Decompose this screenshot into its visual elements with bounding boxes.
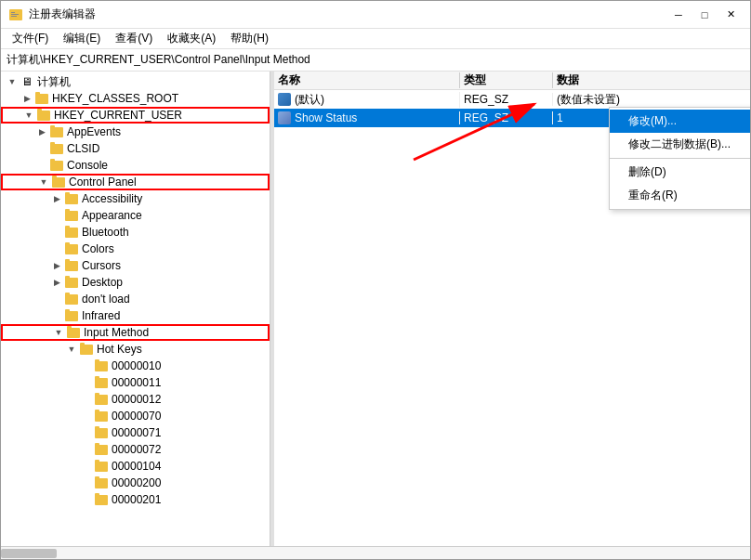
expand-hkcr[interactable]: ▶ [20, 91, 34, 106]
ctx-item-rename[interactable]: 重命名(R) [610, 184, 750, 207]
tree-label-appearance: Appearance [82, 209, 142, 222]
maximize-button[interactable]: □ [692, 6, 717, 24]
accessibility-folder-icon [64, 192, 79, 205]
tree-label-hkcu: HKEY_CURRENT_USER [54, 109, 182, 122]
title-controls: ─ □ ✕ [666, 6, 743, 24]
expand-computer[interactable]: ▼ [5, 74, 20, 89]
expand-desktop[interactable]: ▶ [49, 275, 64, 290]
hkcr-folder-icon [34, 92, 49, 105]
tree-label-desktop: Desktop [82, 276, 123, 289]
col-header-name: 名称 [274, 72, 460, 88]
bluetooth-folder-icon [64, 226, 79, 239]
scrollbar-thumb[interactable] [1, 549, 57, 558]
expand-appevents[interactable]: ▶ [34, 124, 49, 139]
reg-icon-default [278, 93, 291, 106]
horizontal-scrollbar[interactable] [1, 546, 750, 559]
tree-label-inputmethod: Input Method [84, 326, 149, 339]
tree-node-hkcr[interactable]: ▶ HKEY_CLASSES_ROOT [1, 90, 270, 107]
tree-label-colors: Colors [82, 242, 114, 255]
computer-folder-icon: 🖥 [20, 75, 34, 88]
registry-row-default[interactable]: (默认) REG_SZ (数值未设置) [274, 90, 750, 109]
k00000071-icon [94, 426, 109, 439]
menu-bar: 文件(F) 编辑(E) 查看(V) 收藏夹(A) 帮助(H) [1, 29, 750, 49]
tree-node-00000071[interactable]: ▶ 00000071 [1, 424, 270, 441]
tree-node-clsid[interactable]: ▶ CLSID [1, 140, 270, 157]
infrared-folder-icon [64, 309, 79, 322]
expand-inputmethod[interactable]: ▼ [51, 325, 66, 340]
tree-node-colors[interactable]: ▶ Colors [1, 241, 270, 257]
menu-edit[interactable]: 编辑(E) [56, 29, 108, 48]
cursors-folder-icon [64, 259, 79, 272]
appevents-folder-icon [49, 125, 64, 138]
tree-node-00000104[interactable]: ▶ 00000104 [1, 458, 270, 475]
tree-label-00000070: 00000070 [112, 410, 161, 423]
expand-cursors[interactable]: ▶ [49, 258, 64, 273]
menu-favorites[interactable]: 收藏夹(A) [160, 29, 223, 48]
ctx-item-delete[interactable]: 删除(D) [610, 161, 750, 184]
menu-file[interactable]: 文件(F) [5, 29, 56, 48]
tree-node-00000201[interactable]: ▶ 00000201 [1, 491, 270, 508]
menu-view[interactable]: 查看(V) [108, 29, 160, 48]
expand-hotkeys[interactable]: ▼ [64, 342, 79, 357]
minimize-button[interactable]: ─ [666, 6, 691, 24]
tree-label-00000072: 00000072 [112, 443, 161, 456]
k00000011-icon [94, 376, 109, 389]
tree-node-infrared[interactable]: ▶ Infrared [1, 307, 270, 324]
context-menu: 修改(M)... 修改二进制数据(B)... 删除(D) 重命名(R) [609, 107, 750, 210]
tree-node-bluetooth[interactable]: ▶ Bluetooth [1, 224, 270, 241]
tree-node-hkcu[interactable]: ▼ HKEY_CURRENT_USER [1, 107, 270, 124]
expand-controlpanel[interactable]: ▼ [36, 175, 51, 189]
close-button[interactable]: ✕ [718, 6, 743, 24]
tree-panel-inner: ▼ 🖥 计算机 ▶ HKEY_CLASSES_ROOT ▼ HKEY_CURRE… [1, 73, 270, 508]
tree-node-00000200[interactable]: ▶ 00000200 [1, 475, 270, 491]
expand-accessibility[interactable]: ▶ [49, 191, 64, 206]
desktop-folder-icon [64, 276, 79, 289]
k00000070-icon [94, 410, 109, 423]
reg-name-text-default: (默认) [295, 92, 324, 108]
tree-node-appearance[interactable]: ▶ Appearance [1, 207, 270, 224]
menu-help[interactable]: 帮助(H) [223, 29, 276, 48]
tree-panel[interactable]: ▼ 🖥 计算机 ▶ HKEY_CLASSES_ROOT ▼ HKEY_CURRE… [1, 72, 270, 546]
tree-node-cursors[interactable]: ▶ Cursors [1, 257, 270, 274]
tree-label-00000010: 00000010 [112, 359, 161, 372]
tree-node-hotkeys[interactable]: ▼ Hot Keys [1, 341, 270, 358]
tree-node-00000010[interactable]: ▶ 00000010 [1, 358, 270, 374]
svg-rect-1 [11, 12, 15, 13]
appearance-folder-icon [64, 209, 79, 222]
tree-node-00000011[interactable]: ▶ 00000011 [1, 374, 270, 391]
console-folder-icon [49, 159, 64, 172]
tree-label-appevents: AppEvents [67, 125, 121, 138]
ctx-item-modify-binary[interactable]: 修改二进制数据(B)... [610, 133, 750, 156]
tree-label-bluetooth: Bluetooth [82, 226, 129, 239]
window-title: 注册表编辑器 [29, 7, 96, 22]
reg-data-default: (数值未设置) [553, 92, 750, 108]
tree-node-controlpanel[interactable]: ▼ Control Panel [1, 174, 270, 190]
tree-node-desktop[interactable]: ▶ Desktop [1, 274, 270, 291]
registry-table-header: 名称 类型 数据 [274, 72, 750, 90]
tree-label-00000200: 00000200 [112, 476, 161, 489]
tree-label-console: Console [67, 159, 108, 172]
tree-label-computer: 计算机 [37, 74, 71, 90]
expand-hkcu[interactable]: ▼ [21, 108, 36, 123]
tree-node-00000072[interactable]: ▶ 00000072 [1, 441, 270, 458]
tree-node-dontload[interactable]: ▶ don't load [1, 291, 270, 307]
col-header-type: 类型 [460, 72, 553, 88]
tree-label-cursors: Cursors [82, 259, 121, 272]
tree-label-hkcr: HKEY_CLASSES_ROOT [52, 92, 178, 105]
tree-node-00000012[interactable]: ▶ 00000012 [1, 391, 270, 408]
reg-name-default: (默认) [274, 92, 460, 108]
ctx-item-modify[interactable]: 修改(M)... [610, 110, 750, 133]
tree-node-appevents[interactable]: ▶ AppEvents [1, 124, 270, 140]
tree-node-computer[interactable]: ▼ 🖥 计算机 [1, 73, 270, 90]
scrollbar-track[interactable] [1, 549, 750, 558]
reg-type-showstatus: REG_SZ [460, 111, 553, 124]
tree-node-inputmethod[interactable]: ▼ Input Method [1, 324, 270, 341]
inputmethod-folder-icon [66, 326, 81, 339]
main-content: ▼ 🖥 计算机 ▶ HKEY_CLASSES_ROOT ▼ HKEY_CURRE… [1, 72, 750, 546]
tree-node-00000070[interactable]: ▶ 00000070 [1, 408, 270, 424]
tree-node-accessibility[interactable]: ▶ Accessibility [1, 190, 270, 207]
tree-node-console[interactable]: ▶ Console [1, 157, 270, 174]
title-bar: 注册表编辑器 ─ □ ✕ [1, 1, 750, 29]
controlpanel-folder-icon [51, 176, 66, 189]
k00000072-icon [94, 443, 109, 456]
